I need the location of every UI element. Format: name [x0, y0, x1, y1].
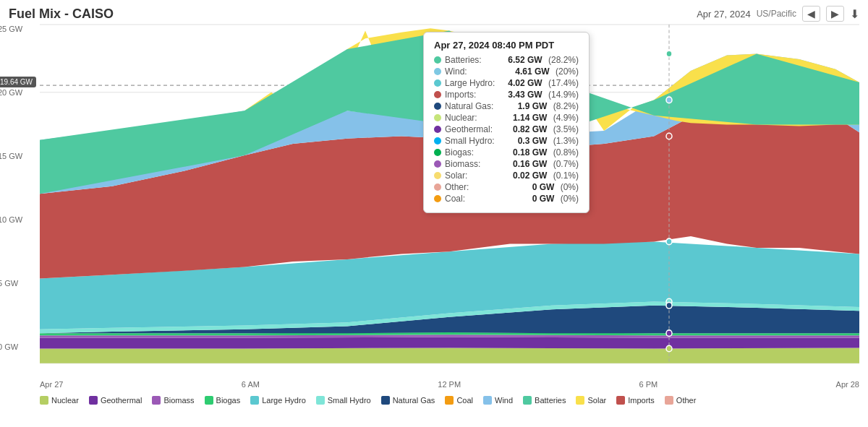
- tooltip-key: Solar:: [445, 171, 509, 181]
- tooltip-dot: [434, 184, 441, 191]
- tooltip-pct: (0.1%): [550, 171, 579, 181]
- chart-legend: Nuclear Geothermal Biomass Biogas Large …: [0, 393, 868, 407]
- tooltip-row: Small Hydro: 0.3 GW (1.3%): [434, 136, 579, 146]
- gw-marker-badge: 19.64 GW: [0, 77, 36, 87]
- prev-button[interactable]: ◀: [802, 6, 820, 22]
- legend-label: Other: [676, 396, 697, 405]
- legend-label: Coal: [456, 396, 473, 405]
- chart-title: Fuel Mix - CAISO: [9, 7, 114, 22]
- legend-swatch: [152, 396, 161, 405]
- legend-item: Other: [665, 396, 697, 405]
- tooltip-dot: [434, 56, 441, 64]
- tooltip-pct: (17.4%): [546, 78, 579, 88]
- svg-point-13: [666, 303, 672, 309]
- tooltip-dot: [434, 91, 441, 98]
- tooltip-dot: [434, 103, 441, 110]
- tooltip-pct: (0%): [558, 194, 579, 204]
- legend-item: Geothermal: [89, 396, 142, 405]
- tooltip-value: 0.02 GW: [513, 171, 547, 181]
- tooltip-pct: (4.9%): [550, 113, 579, 123]
- legend-item: Imports: [616, 396, 655, 405]
- tooltip-row: Geothermal: 0.82 GW (3.5%): [434, 124, 579, 134]
- legend-label: Geothermal: [101, 396, 142, 405]
- tooltip-value: 0.16 GW: [513, 159, 547, 169]
- tooltip-key: Biogas:: [445, 147, 509, 158]
- svg-point-8: [666, 51, 672, 57]
- tooltip-value: 4.61 GW: [515, 66, 549, 77]
- chart-container: Fuel Mix - CAISO Apr 27, 2024 US/Pacific…: [0, 0, 868, 427]
- legend-label: Wind: [495, 396, 513, 405]
- tooltip-row: Nuclear: 1.14 GW (4.9%): [434, 113, 579, 123]
- tooltip-value: 0.82 GW: [513, 124, 547, 134]
- tooltip-pct: (0.7%): [550, 159, 579, 169]
- y-label-15: 15 GW: [0, 152, 22, 160]
- timezone-label: US/Pacific: [757, 9, 796, 19]
- chart-controls: Apr 27, 2024 US/Pacific ◀ ▶ ⬇: [697, 6, 859, 22]
- chart-tooltip: Apr 27, 2024 08:40 PM PDT Batteries: 6.5…: [423, 32, 590, 213]
- x-axis: Apr 27 6 AM 12 PM 6 PM Apr 28: [40, 380, 859, 389]
- tooltip-key: Wind:: [445, 66, 511, 77]
- svg-point-11: [666, 238, 672, 245]
- tooltip-dot: [434, 68, 441, 75]
- download-button[interactable]: ⬇: [850, 7, 859, 21]
- legend-item: Batteries: [523, 396, 566, 405]
- tooltip-row: Coal: 0 GW (0%): [434, 194, 579, 204]
- tooltip-row: Solar: 0.02 GW (0.1%): [434, 171, 579, 181]
- legend-item: Large Hydro: [250, 396, 306, 405]
- tooltip-row: Large Hydro: 4.02 GW (17.4%): [434, 78, 579, 88]
- legend-swatch: [665, 396, 673, 405]
- tooltip-dot: [434, 160, 441, 168]
- legend-swatch: [483, 396, 492, 405]
- tooltip-title: Apr 27, 2024 08:40 PM PDT: [434, 40, 579, 51]
- tooltip-value: 0.3 GW: [518, 136, 548, 146]
- tooltip-key: Nuclear:: [445, 113, 509, 123]
- tooltip-key: Other:: [445, 182, 529, 192]
- geothermal-area: [40, 337, 859, 348]
- tooltip-pct: (3.5%): [550, 124, 579, 134]
- nuclear-area: [40, 348, 859, 363]
- tooltip-rows: Batteries: 6.52 GW (28.2%) Wind: 4.61 GW…: [434, 55, 579, 204]
- x-label-6pm: 6 PM: [639, 380, 658, 389]
- tooltip-key: Batteries:: [445, 55, 504, 65]
- chart-area: 19.64 GW 25 GW 20 GW 15 GW 10 GW 5 GW 0 …: [40, 25, 859, 379]
- tooltip-pct: (28.2%): [546, 55, 579, 65]
- tooltip-row: Other: 0 GW (0%): [434, 182, 579, 192]
- legend-label: Biomass: [163, 396, 194, 405]
- tooltip-key: Large Hydro:: [445, 78, 504, 88]
- tooltip-pct: (20%): [553, 66, 579, 77]
- svg-point-15: [666, 345, 672, 352]
- legend-swatch: [316, 396, 325, 405]
- tooltip-pct: (1.3%): [550, 136, 579, 146]
- tooltip-row: Batteries: 6.52 GW (28.2%): [434, 55, 579, 65]
- tooltip-dot: [434, 172, 441, 179]
- tooltip-value: 0 GW: [532, 194, 555, 204]
- legend-label: Nuclear: [51, 396, 79, 405]
- next-button[interactable]: ▶: [826, 6, 844, 22]
- x-label-apr27: Apr 27: [40, 380, 63, 389]
- legend-swatch: [381, 396, 390, 405]
- legend-item: Natural Gas: [381, 396, 435, 405]
- legend-item: Wind: [483, 396, 513, 405]
- date-label: Apr 27, 2024: [697, 9, 750, 20]
- legend-label: Batteries: [535, 396, 566, 405]
- tooltip-key: Imports:: [445, 90, 504, 100]
- y-label-10: 10 GW: [0, 215, 22, 224]
- legend-label: Natural Gas: [393, 396, 435, 405]
- svg-point-9: [666, 97, 672, 103]
- legend-swatch: [205, 396, 213, 405]
- y-label-20: 20 GW: [0, 88, 22, 97]
- tooltip-dot: [434, 195, 441, 202]
- tooltip-dot: [434, 149, 441, 156]
- tooltip-value: 1.14 GW: [513, 113, 547, 123]
- legend-item: Solar: [576, 396, 606, 405]
- legend-swatch: [616, 396, 625, 405]
- tooltip-value: 6.52 GW: [508, 55, 542, 65]
- tooltip-row: Wind: 4.61 GW (20%): [434, 66, 579, 77]
- tooltip-value: 3.43 GW: [508, 90, 542, 100]
- legend-swatch: [40, 396, 48, 405]
- tooltip-value: 0.18 GW: [513, 147, 547, 158]
- tooltip-dot: [434, 114, 441, 121]
- x-label-12pm: 12 PM: [438, 380, 461, 389]
- tooltip-dot: [434, 137, 441, 145]
- tooltip-pct: (0%): [558, 182, 579, 192]
